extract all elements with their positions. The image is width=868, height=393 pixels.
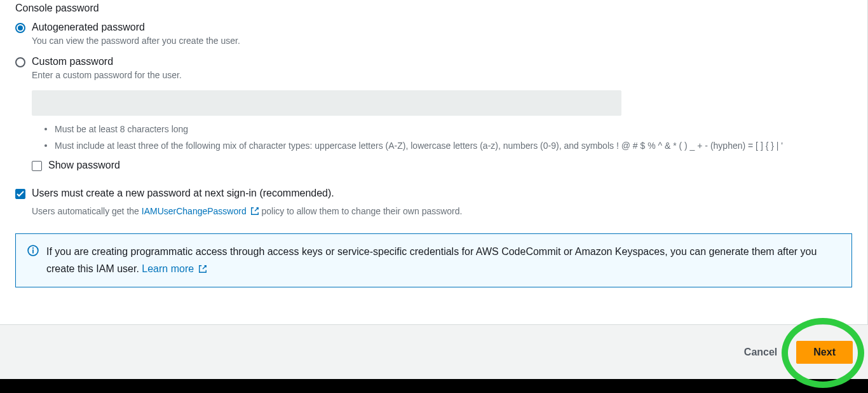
show-password-label[interactable]: Show password	[48, 160, 120, 171]
must-reset-label[interactable]: Users must create a new password at next…	[32, 188, 334, 199]
policy-link[interactable]: IAMUserChangePassword	[142, 206, 259, 216]
bullet-icon	[44, 144, 47, 147]
radio-custom[interactable]: Custom password	[15, 56, 852, 67]
custom-password-field-wrap	[32, 90, 852, 116]
info-text: If you are creating programmatic access …	[46, 243, 840, 277]
section-title: Console password	[15, 0, 852, 14]
check-icon	[17, 191, 24, 197]
external-link-icon	[250, 207, 259, 216]
custom-password-input[interactable]	[32, 90, 621, 116]
next-button[interactable]: Next	[796, 341, 853, 364]
radio-dot-icon	[18, 25, 23, 31]
must-reset-desc-after: policy to allow them to change their own…	[259, 206, 463, 216]
info-icon	[27, 245, 39, 258]
radio-autogenerated-desc: You can view the password after you crea…	[32, 36, 852, 46]
info-box: If you are creating programmatic access …	[15, 233, 852, 287]
bullet-icon	[44, 128, 47, 130]
footer-bar: Cancel Next	[0, 324, 868, 379]
console-password-panel: Console password Autogenerated password …	[0, 0, 868, 324]
external-link-icon	[198, 265, 207, 273]
radio-custom-label[interactable]: Custom password	[32, 56, 113, 67]
checkbox-icon[interactable]	[15, 189, 25, 199]
must-reset-desc: Users automatically get the IAMUserChang…	[32, 204, 852, 218]
radio-custom-desc: Enter a custom password for the user.	[32, 70, 852, 80]
requirement-text: Must be at least 8 characters long	[55, 122, 193, 136]
radio-autogenerated[interactable]: Autogenerated password	[15, 22, 852, 33]
must-reset-desc-before: Users automatically get the	[32, 206, 142, 216]
svg-point-1	[32, 247, 34, 249]
radio-icon[interactable]	[15, 57, 25, 67]
requirement-item: Must be at least 8 characters long	[44, 122, 852, 136]
requirement-text: Must include at least three of the follo…	[55, 139, 788, 153]
password-requirements: Must be at least 8 characters long Must …	[44, 122, 852, 153]
show-password-checkbox-row[interactable]: Show password	[32, 160, 852, 171]
must-reset-checkbox-row[interactable]: Users must create a new password at next…	[15, 188, 852, 199]
requirement-item: Must include at least three of the follo…	[44, 139, 852, 153]
svg-rect-2	[32, 249, 34, 253]
learn-more-text: Learn more	[142, 263, 194, 274]
cancel-button[interactable]: Cancel	[731, 341, 790, 363]
radio-autogenerated-label[interactable]: Autogenerated password	[32, 22, 145, 33]
bottom-strip	[0, 379, 868, 393]
checkbox-icon[interactable]	[32, 161, 42, 171]
policy-link-text: IAMUserChangePassword	[142, 206, 247, 216]
radio-icon[interactable]	[15, 23, 25, 33]
learn-more-link[interactable]: Learn more	[142, 263, 207, 274]
